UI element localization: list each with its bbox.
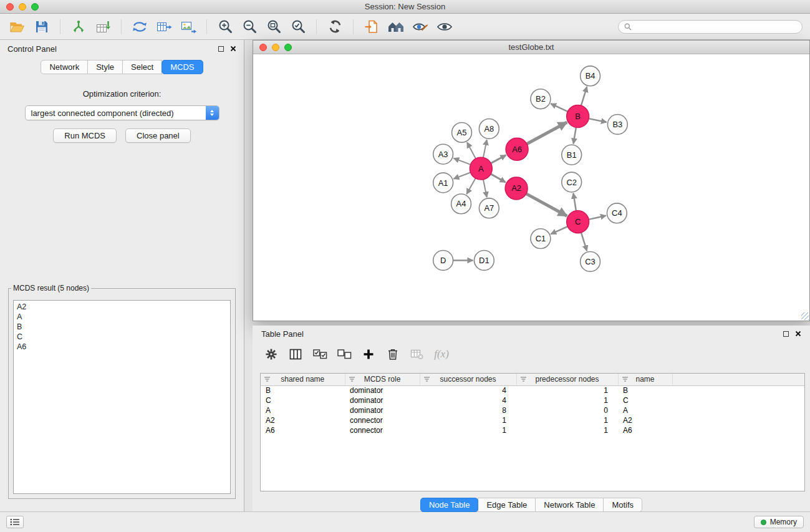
- network-close-button[interactable]: [259, 44, 267, 51]
- zoom-in-button[interactable]: [215, 17, 235, 36]
- cell-shared-name[interactable]: B: [261, 385, 345, 395]
- edge-B-B4[interactable]: [581, 87, 587, 105]
- node-A3[interactable]: A3: [433, 144, 453, 164]
- edge-A-A3[interactable]: [453, 158, 470, 165]
- tab-mcds[interactable]: MCDS: [162, 60, 203, 74]
- table-row-c[interactable]: Cdominator41C: [261, 395, 804, 405]
- import-network-button[interactable]: [69, 17, 89, 36]
- close-panel-icon[interactable]: [230, 46, 236, 52]
- node-C4[interactable]: C4: [607, 203, 627, 223]
- cell-mcds-role[interactable]: dominator: [345, 395, 420, 405]
- table-tab-edge-table[interactable]: Edge Table: [478, 498, 536, 512]
- cell-predecessor-nodes[interactable]: 0: [516, 405, 618, 415]
- result-item-c[interactable]: C: [14, 332, 230, 342]
- edge-B-B3[interactable]: [589, 118, 607, 122]
- column-header-predecessor-nodes[interactable]: predecessor nodes: [516, 374, 618, 385]
- resize-grip-icon[interactable]: [801, 312, 809, 320]
- cell-predecessor-nodes[interactable]: 1: [516, 425, 618, 435]
- zoom-fit-button[interactable]: [264, 17, 284, 36]
- float-panel-icon[interactable]: [218, 46, 224, 52]
- mcds-result-list[interactable]: A2ABCA6: [13, 300, 231, 494]
- memory-button[interactable]: Memory: [754, 516, 804, 528]
- export-image-button[interactable]: [178, 17, 198, 36]
- style-preview-button[interactable]: [410, 17, 430, 36]
- node-A1[interactable]: A1: [433, 173, 453, 193]
- node-A5[interactable]: A5: [452, 122, 472, 142]
- table-row-b[interactable]: Bdominator41B: [261, 385, 804, 395]
- node-B4[interactable]: B4: [581, 66, 600, 86]
- cell-shared-name[interactable]: A: [261, 405, 345, 415]
- node-B3[interactable]: B3: [607, 115, 627, 135]
- edge-A-A2[interactable]: [491, 174, 506, 182]
- table-row-a2[interactable]: A2connector11A2: [261, 415, 804, 425]
- edge-C-C1[interactable]: [551, 226, 567, 234]
- close-panel-button[interactable]: Close panel: [125, 128, 191, 143]
- node-A4[interactable]: A4: [451, 194, 471, 214]
- node-B1[interactable]: B1: [562, 145, 582, 165]
- cell-name[interactable]: B: [618, 385, 672, 395]
- cell-successor-nodes[interactable]: 8: [420, 405, 516, 415]
- network-window[interactable]: testGlobe.txt B4B2BB3A8A5A6A3B1AA1C2A2A4…: [253, 40, 810, 321]
- edge-A6-B[interactable]: [527, 122, 567, 144]
- cell-shared-name[interactable]: A2: [261, 415, 345, 425]
- cell-mcds-role[interactable]: connector: [345, 425, 420, 435]
- result-item-b[interactable]: B: [14, 322, 230, 332]
- cell-shared-name[interactable]: A6: [261, 425, 345, 435]
- node-C3[interactable]: C3: [581, 252, 600, 272]
- network-canvas[interactable]: B4B2BB3A8A5A6A3B1AA1C2A2A4A7C4CC1C3DD1: [253, 55, 809, 321]
- home-neighbors-button[interactable]: [386, 17, 406, 36]
- search-box[interactable]: [618, 20, 803, 34]
- cell-shared-name[interactable]: C: [261, 395, 345, 405]
- export-table-button[interactable]: [154, 17, 174, 36]
- cell-name[interactable]: A: [618, 405, 672, 415]
- edge-B-B2[interactable]: [551, 104, 567, 112]
- cell-successor-nodes[interactable]: 1: [420, 425, 516, 435]
- deselect-all-button[interactable]: [335, 346, 353, 363]
- select-all-button[interactable]: [311, 346, 329, 363]
- result-item-a6[interactable]: A6: [14, 342, 230, 352]
- edge-A-A5[interactable]: [467, 142, 476, 158]
- show-graphics-details-button[interactable]: [435, 17, 455, 36]
- node-B2[interactable]: B2: [531, 89, 551, 109]
- delete-row-button[interactable]: [384, 346, 402, 363]
- save-session-button[interactable]: [32, 17, 52, 36]
- column-header-mcds-role[interactable]: MCDS role: [345, 374, 420, 385]
- edge-A-A7[interactable]: [483, 180, 487, 198]
- edge-A2-C[interactable]: [526, 194, 567, 216]
- node-A[interactable]: A: [470, 157, 492, 180]
- cell-predecessor-nodes[interactable]: 1: [516, 395, 618, 405]
- column-header-name[interactable]: name: [618, 374, 672, 385]
- cell-mcds-role[interactable]: connector: [345, 415, 420, 425]
- add-row-button[interactable]: [360, 346, 377, 363]
- cell-name[interactable]: A2: [618, 415, 672, 425]
- cell-successor-nodes[interactable]: 1: [420, 415, 516, 425]
- cell-mcds-role[interactable]: dominator: [345, 405, 420, 415]
- node-A6[interactable]: A6: [506, 138, 528, 160]
- cell-successor-nodes[interactable]: 4: [420, 395, 516, 405]
- zoom-window-button[interactable]: [31, 3, 39, 11]
- zoom-selected-button[interactable]: [288, 17, 308, 36]
- table-tab-network-table[interactable]: Network Table: [535, 498, 604, 512]
- minimize-window-button[interactable]: [19, 3, 26, 11]
- refresh-layout-button[interactable]: [325, 17, 345, 36]
- edge-B-B1[interactable]: [574, 127, 576, 143]
- tab-network[interactable]: Network: [41, 60, 88, 74]
- table-tab-node-table[interactable]: Node Table: [420, 498, 479, 512]
- open-session-doc-button[interactable]: [362, 17, 382, 36]
- search-input[interactable]: [635, 22, 796, 32]
- edge-A-A6[interactable]: [491, 155, 506, 163]
- columns-button[interactable]: [287, 346, 304, 363]
- node-C[interactable]: C: [567, 211, 589, 233]
- run-mcds-button[interactable]: Run MCDS: [53, 128, 117, 143]
- tab-style[interactable]: Style: [87, 60, 123, 74]
- edge-C-C3[interactable]: [581, 233, 587, 251]
- network-window-titlebar[interactable]: testGlobe.txt: [253, 41, 809, 54]
- edge-C-C4[interactable]: [589, 216, 606, 220]
- criterion-dropdown[interactable]: largest connected component (directed): [25, 105, 219, 120]
- float-table-panel-icon[interactable]: [783, 331, 789, 337]
- import-table-button[interactable]: [93, 17, 113, 36]
- cell-name[interactable]: A6: [618, 425, 672, 435]
- table-row-a[interactable]: Adominator80A: [261, 405, 804, 415]
- delete-table-button[interactable]: [408, 346, 426, 363]
- column-header-shared-name[interactable]: shared name: [261, 374, 345, 385]
